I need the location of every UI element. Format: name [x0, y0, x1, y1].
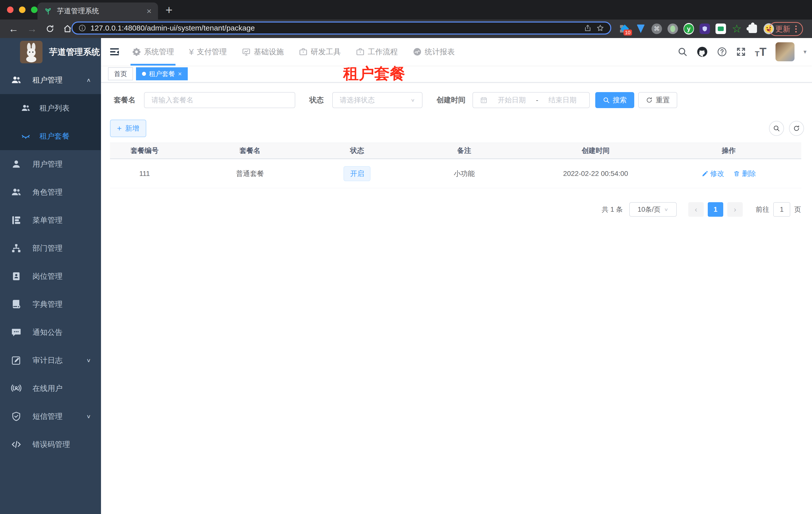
- back-button[interactable]: ←: [8, 24, 19, 34]
- extension-record-icon[interactable]: [667, 24, 678, 34]
- tag-home[interactable]: 首页: [108, 67, 133, 80]
- show-search-button[interactable]: [769, 121, 784, 136]
- bookmark-star-icon[interactable]: [596, 24, 604, 32]
- sidebar-item-department-management[interactable]: 部门管理: [0, 234, 101, 262]
- sidebar-item-tenant-package[interactable]: 租户套餐: [0, 122, 101, 150]
- status-select[interactable]: 请选择状态 ∨: [332, 92, 423, 108]
- close-window-button[interactable]: [7, 6, 13, 13]
- page-title: 租户套餐: [343, 63, 405, 84]
- extension-shield-icon[interactable]: [699, 24, 710, 34]
- tag-tenant-package[interactable]: 租户套餐 ×: [136, 67, 188, 80]
- sidebar-item-audit-log[interactable]: 审计日志 ∨: [0, 346, 101, 374]
- reload-button[interactable]: [46, 24, 55, 33]
- fullscreen-icon[interactable]: [736, 47, 746, 57]
- maximize-window-button[interactable]: [31, 6, 37, 13]
- package-name-input[interactable]: 请输入套餐名: [144, 92, 295, 108]
- sidebar-item-error-code-management[interactable]: 错误码管理: [0, 430, 101, 458]
- top-nav-payment-management[interactable]: ¥ 支付管理: [189, 38, 227, 65]
- top-nav: 系统管理 ¥ 支付管理 基础设施 研发工具: [132, 38, 455, 65]
- github-icon[interactable]: [696, 46, 708, 58]
- new-tab-button[interactable]: +: [166, 4, 173, 16]
- extension-puzzle-icon[interactable]: [748, 24, 758, 34]
- minimize-window-button[interactable]: [19, 6, 26, 13]
- sidebar-item-post-management[interactable]: 岗位管理: [0, 262, 101, 290]
- search-icon: [603, 97, 610, 104]
- top-nav-dev-tools[interactable]: 研发工具: [299, 38, 341, 65]
- url-bar[interactable]: 127.0.0.1:48080/admin-ui/system/tenant/p…: [71, 22, 611, 34]
- top-nav-workflow[interactable]: 工作流程: [356, 38, 398, 65]
- forward-button[interactable]: →: [27, 24, 37, 34]
- extension-y-icon[interactable]: y: [684, 24, 694, 34]
- search-button[interactable]: 搜索: [595, 92, 634, 108]
- refresh-table-button[interactable]: [789, 121, 804, 136]
- col-header-package-name: 套餐名: [179, 146, 321, 155]
- next-page-button[interactable]: ›: [727, 202, 743, 217]
- tenant-package-icon: [21, 131, 30, 141]
- browser-menu-dots-icon[interactable]: [795, 26, 797, 32]
- url-text[interactable]: 127.0.0.1:48080/admin-ui/system/tenant/p…: [90, 24, 579, 32]
- table-row: 111 普通套餐 开启 小功能 2022-02-22 00:54:00 修改: [110, 159, 801, 188]
- tags-view-bar: 首页 租户套餐 ×: [101, 65, 812, 83]
- extension-command-icon[interactable]: ⌘: [651, 24, 662, 34]
- page-size-select[interactable]: 10条/页 ∨: [629, 202, 677, 217]
- prev-page-button[interactable]: ‹: [688, 202, 704, 217]
- sidebar-item-tenant-management[interactable]: 租户管理 ∧: [0, 66, 101, 94]
- top-nav-label: 支付管理: [197, 47, 227, 57]
- top-nav-label: 基础设施: [254, 47, 284, 57]
- package-name-label: 套餐名: [114, 95, 136, 105]
- top-nav-label: 研发工具: [311, 47, 341, 57]
- sidebar-item-tenant-list[interactable]: 租户列表: [0, 94, 101, 122]
- reset-button[interactable]: 重置: [638, 92, 677, 108]
- sidebar-item-role-management[interactable]: 角色管理: [0, 178, 101, 206]
- admin-app: 芋道管理系统 租户管理 ∧ 租户列表 租户套餐: [0, 38, 812, 514]
- extension-gem-icon[interactable]: [636, 24, 646, 34]
- search-icon[interactable]: [677, 47, 688, 57]
- browser-update-button[interactable]: 更新: [769, 22, 803, 36]
- gear-icon: [132, 47, 141, 56]
- extension-star-icon[interactable]: ☆: [731, 24, 742, 34]
- browser-tab[interactable]: 芋道管理系统 ×: [37, 2, 158, 20]
- delete-link[interactable]: 删除: [733, 169, 756, 179]
- header-actions: TT ▾: [677, 42, 812, 61]
- sidebar-item-label: 通知公告: [32, 327, 62, 337]
- start-date-placeholder[interactable]: 开始日期: [492, 96, 531, 105]
- sidebar-item-notice-announcement[interactable]: 通知公告: [0, 318, 101, 346]
- add-button[interactable]: + 新增: [110, 119, 146, 137]
- help-icon[interactable]: [717, 47, 727, 57]
- add-button-label: 新增: [125, 124, 139, 133]
- top-nav-infrastructure[interactable]: 基础设施: [242, 38, 284, 65]
- tab-close-icon[interactable]: ×: [146, 7, 151, 15]
- error-code-icon: [11, 439, 22, 450]
- extension-tasks-icon[interactable]: 10: [619, 24, 630, 34]
- font-size-icon[interactable]: TT: [755, 46, 766, 58]
- table-toolbar: + 新增: [110, 119, 804, 137]
- top-nav-statistics-report[interactable]: 统计报表: [413, 38, 455, 65]
- plus-icon: +: [117, 125, 122, 132]
- sidebar-item-sms-management[interactable]: 短信管理 ∨: [0, 402, 101, 430]
- sidebar-item-user-management[interactable]: 用户管理: [0, 150, 101, 178]
- sidebar-item-menu-management[interactable]: 菜单管理: [0, 206, 101, 234]
- goto-page-input[interactable]: 1: [773, 202, 790, 217]
- date-range-picker[interactable]: 开始日期 - 结束日期: [472, 92, 590, 108]
- user-avatar[interactable]: [776, 42, 794, 61]
- refresh-icon: [646, 97, 653, 104]
- page-info-icon[interactable]: [79, 24, 86, 32]
- top-nav-system-management[interactable]: 系统管理: [132, 38, 174, 65]
- sidebar-item-dictionary-management[interactable]: 字典管理: [0, 290, 101, 318]
- current-page-button[interactable]: 1: [708, 202, 723, 217]
- avatar-dropdown-caret-icon[interactable]: ▾: [804, 48, 807, 55]
- home-button[interactable]: [63, 24, 72, 33]
- sidebar-item-online-users[interactable]: 在线用户: [0, 374, 101, 402]
- browser-chrome: 芋道管理系统 × + ← → 127.0.0.1:48080/admin-ui/…: [0, 0, 812, 38]
- sidebar-collapse-icon[interactable]: [109, 46, 120, 57]
- share-icon[interactable]: [584, 24, 592, 32]
- end-date-placeholder[interactable]: 结束日期: [543, 96, 582, 105]
- edit-link[interactable]: 修改: [701, 169, 724, 179]
- user-icon: [11, 159, 22, 169]
- update-label: 更新: [775, 24, 790, 34]
- extension-chat-icon[interactable]: [716, 24, 726, 34]
- pagination-total: 共 1 条: [602, 205, 623, 214]
- tag-close-icon[interactable]: ×: [178, 70, 182, 78]
- search-button-label: 搜索: [613, 96, 627, 105]
- sidebar-logo-row[interactable]: 芋道管理系统: [0, 38, 101, 66]
